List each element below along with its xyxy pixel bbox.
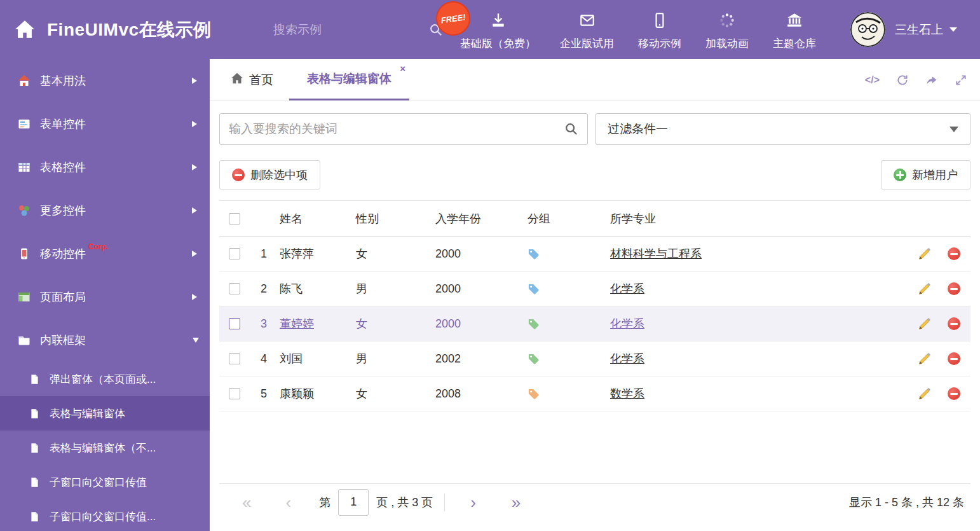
table-row[interactable]: 3 董婷婷 女 2000 化学系 <box>219 307 970 341</box>
file-icon <box>29 511 40 522</box>
select-all-checkbox[interactable] <box>229 213 240 224</box>
tag-icon <box>527 353 540 365</box>
row-checkbox[interactable] <box>229 318 240 329</box>
cell-gender: 男 <box>356 281 435 296</box>
edit-pencil-icon[interactable] <box>918 352 931 366</box>
sidebar-item-basic-usage[interactable]: 基本用法 <box>0 59 210 102</box>
sidebar-item-more-controls[interactable]: 更多控件 <box>0 189 210 232</box>
last-page-button[interactable]: » <box>512 494 521 511</box>
header-search <box>273 0 404 59</box>
nav-loading-animations[interactable]: 加载动画 <box>705 8 749 51</box>
divider <box>444 493 445 511</box>
nav-label: 移动示例 <box>638 36 681 51</box>
sidebar-subitem-grid-edit-window-2[interactable]: 表格与编辑窗体（不... <box>0 431 210 465</box>
record-summary: 显示 1 - 5 条 , 共 12 条 <box>849 495 964 510</box>
nav-theme-store[interactable]: 主题仓库 <box>773 8 816 51</box>
spinner-icon <box>719 12 735 32</box>
nav-basic-edition[interactable]: 基础版（免费） <box>460 8 536 51</box>
source-code-icon[interactable]: </> <box>865 74 880 86</box>
row-checkbox[interactable] <box>229 248 240 259</box>
table-row[interactable]: 4 刘国 男 2002 化学系 <box>219 341 970 376</box>
open-in-new-icon[interactable] <box>925 74 938 86</box>
sidebar-item-grid-controls[interactable]: 表格控件 <box>0 146 210 189</box>
major-link[interactable]: 数学系 <box>610 387 644 400</box>
sidebar-item-mobile-controls[interactable]: 移动控件 Corp. <box>0 232 210 275</box>
sidebar-item-label: 页面布局 <box>40 289 86 305</box>
sidebar-subitem-child-to-parent-2[interactable]: 子窗口向父窗口传值... <box>0 499 210 531</box>
user-avatar[interactable] <box>850 12 885 47</box>
major-link[interactable]: 化学系 <box>610 317 644 330</box>
header-search-input[interactable] <box>273 23 429 37</box>
file-icon <box>29 443 40 453</box>
table-row[interactable]: 5 康颖颖 女 2008 数学系 <box>219 376 970 411</box>
phone-icon <box>18 247 31 260</box>
next-page-button[interactable]: › <box>470 494 476 511</box>
tag-icon <box>527 318 540 330</box>
cell-row-index: 5 <box>248 387 280 401</box>
major-link[interactable]: 化学系 <box>610 282 644 295</box>
sidebar-subitem-grid-edit-window[interactable]: 表格与编辑窗体 <box>0 396 210 431</box>
folder-icon <box>18 334 31 347</box>
column-name: 姓名 <box>280 211 356 226</box>
sidebar-subitem-popup-window[interactable]: 弹出窗体（本页面或... <box>0 362 210 396</box>
major-link[interactable]: 材料科学与工程系 <box>610 247 702 260</box>
filter-dropdown[interactable]: 过滤条件一 <box>595 113 970 145</box>
app-title: FineUIMvc在线示例 <box>47 0 212 59</box>
shapes-icon <box>18 204 31 217</box>
cell-name: 康颖颖 <box>280 386 356 401</box>
edit-pencil-icon[interactable] <box>918 317 931 331</box>
chevron-right-icon <box>192 78 197 84</box>
row-checkbox[interactable] <box>229 353 240 364</box>
tab-home[interactable]: 首页 <box>231 59 273 100</box>
sidebar-subitem-label: 表格与编辑窗体 <box>50 406 125 421</box>
filter-dropdown-value: 过滤条件一 <box>608 121 668 137</box>
sidebar-subitem-child-to-parent[interactable]: 子窗口向父窗口传值 <box>0 465 210 499</box>
row-checkbox[interactable] <box>229 283 240 294</box>
nav-label: 加载动画 <box>705 36 749 51</box>
table-row[interactable]: 1 张萍萍 女 2000 材料科学与工程系 <box>219 237 970 272</box>
prev-page-button[interactable]: ‹ <box>285 494 291 511</box>
nav-enterprise-trial[interactable]: 企业版试用 <box>560 8 614 51</box>
sidebar-item-form-controls[interactable]: 表单控件 <box>0 102 210 146</box>
chevron-down-icon <box>949 27 957 32</box>
add-user-button[interactable]: 新增用户 <box>881 160 970 190</box>
fullscreen-icon[interactable] <box>955 74 967 86</box>
page-number-input[interactable] <box>338 489 369 516</box>
sidebar-subitem-label: 子窗口向父窗口传值 <box>50 475 147 490</box>
header-nav: 基础版（免费） 企业版试用 移动示例 加载动画 <box>460 0 816 59</box>
delete-row-icon[interactable] <box>948 387 960 400</box>
sidebar-item-inline-frame[interactable]: 内联框架 <box>0 319 210 362</box>
first-page-button[interactable]: « <box>242 494 251 511</box>
edit-pencil-icon[interactable] <box>918 247 931 261</box>
search-icon[interactable] <box>564 122 578 136</box>
delete-row-icon[interactable] <box>948 282 960 295</box>
close-icon[interactable]: × <box>400 64 405 73</box>
tab-tools: </> <box>865 59 967 100</box>
delete-selected-button[interactable]: 删除选中项 <box>219 160 320 190</box>
refresh-icon[interactable] <box>896 74 909 86</box>
delete-row-icon[interactable] <box>948 317 960 330</box>
tab-grid-edit-window[interactable]: 表格与编辑窗体 × <box>289 59 409 100</box>
user-menu[interactable]: 三生石上 <box>895 0 957 59</box>
cell-row-index: 1 <box>248 247 280 261</box>
sidebar-item-label: 内联框架 <box>40 333 86 348</box>
delete-row-icon[interactable] <box>948 352 960 365</box>
home-icon[interactable] <box>14 20 36 41</box>
keyword-search-input[interactable] <box>229 122 564 136</box>
edit-pencil-icon[interactable] <box>918 387 931 401</box>
cell-year: 2002 <box>435 352 527 366</box>
sidebar-item-page-layout[interactable]: 页面布局 <box>0 275 210 319</box>
house-icon <box>18 74 31 87</box>
cell-gender: 女 <box>356 246 435 261</box>
table-row[interactable]: 2 陈飞 男 2000 化学系 <box>219 272 970 307</box>
layout-icon <box>18 291 31 303</box>
major-link[interactable]: 化学系 <box>610 352 644 365</box>
column-group: 分组 <box>527 211 610 226</box>
edit-pencil-icon[interactable] <box>918 282 931 296</box>
delete-row-icon[interactable] <box>948 247 960 260</box>
home-icon <box>231 72 243 87</box>
nav-mobile-demo[interactable]: 移动示例 <box>638 8 681 51</box>
row-checkbox[interactable] <box>229 388 240 399</box>
sidebar-item-label: 更多控件 <box>40 203 86 218</box>
nav-label: 主题仓库 <box>773 36 816 51</box>
